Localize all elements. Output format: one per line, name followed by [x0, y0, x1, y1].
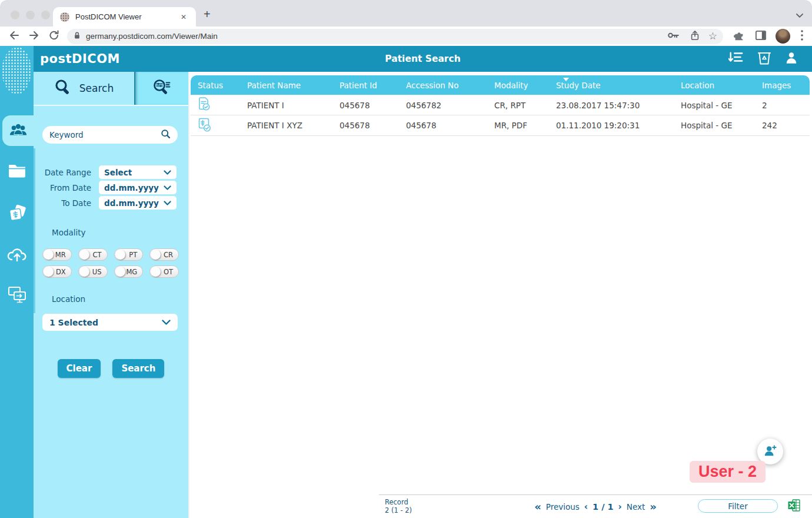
- cell-images: 2: [755, 101, 810, 110]
- filter-button[interactable]: Filter: [698, 499, 778, 513]
- location-select[interactable]: 1 Selected: [42, 314, 178, 331]
- column-images[interactable]: Images: [755, 81, 810, 90]
- url-text[interactable]: germany.postdicom.com/Viewer/Main: [86, 32, 658, 41]
- table-row[interactable]: PATIENT I XYZ 045678 045678 MR, PDF 01.1…: [191, 115, 810, 136]
- sidebar-item-upload[interactable]: [0, 240, 34, 270]
- profile-avatar[interactable]: [776, 29, 790, 44]
- minimize-window-button[interactable]: [26, 11, 35, 19]
- close-window-button[interactable]: [11, 11, 19, 19]
- excel-export-icon[interactable]: [788, 499, 800, 514]
- zoom-window-button[interactable]: [41, 11, 50, 19]
- toggle-knob: [151, 250, 161, 260]
- extensions-puzzle-icon[interactable]: [733, 29, 745, 44]
- sort-order-icon[interactable]: [728, 51, 744, 67]
- back-icon[interactable]: [8, 29, 20, 44]
- postdicom-logo: postDICOM: [40, 52, 120, 66]
- clear-button[interactable]: Clear: [58, 359, 101, 378]
- trash-recycle-icon[interactable]: [758, 51, 771, 67]
- address-bar[interactable]: germany.postdicom.com/Viewer/Main ☆: [67, 29, 723, 44]
- browser-toolbar: germany.postdicom.com/Viewer/Main ☆: [0, 26, 812, 46]
- sidebar-item-studies[interactable]: [0, 198, 34, 229]
- from-date-row: From Date dd.mm.yyyy: [34, 181, 177, 194]
- cell-accession-no: 0456782: [399, 101, 487, 110]
- sidebar-item-patients[interactable]: [2, 115, 34, 146]
- tab-basic-search-label: Search: [79, 82, 114, 94]
- from-date-select[interactable]: dd.mm.yyyy: [99, 181, 177, 194]
- forward-icon[interactable]: [28, 29, 40, 44]
- modality-toggle-dx[interactable]: DX: [42, 265, 72, 278]
- to-date-row: To Date dd.mm.yyyy: [34, 196, 177, 210]
- password-key-icon[interactable]: [667, 30, 680, 43]
- column-study-date[interactable]: Study Date: [549, 81, 674, 90]
- tab-basic-search[interactable]: Search: [34, 72, 134, 105]
- chevron-down-icon: [164, 198, 171, 208]
- to-date-select[interactable]: dd.mm.yyyy: [99, 196, 177, 210]
- modality-toggle-ot[interactable]: OT: [149, 265, 179, 278]
- report-status-icon: [198, 97, 211, 114]
- modality-toggle-label: US: [92, 268, 102, 276]
- modality-toggle-mg[interactable]: MG: [114, 265, 144, 278]
- search-button[interactable]: Search: [112, 359, 164, 378]
- date-range-row: Date Range Select: [34, 165, 177, 179]
- next-page-icon[interactable]: ›: [618, 503, 622, 512]
- refresh-icon[interactable]: [48, 29, 60, 44]
- panel-scrollbar[interactable]: [34, 148, 35, 313]
- share-icon[interactable]: [690, 29, 700, 44]
- browser-tabstrip: PostDICOM Viewer ✕ +: [0, 0, 812, 26]
- modality-toggle-pt[interactable]: PT: [114, 248, 144, 261]
- column-location[interactable]: Location: [674, 81, 755, 90]
- row-status: [191, 117, 240, 134]
- new-tab-button[interactable]: +: [204, 8, 211, 20]
- toggle-knob: [151, 267, 161, 277]
- modality-toggle-mr[interactable]: MR: [42, 248, 72, 261]
- column-accession-no[interactable]: Accession No: [399, 81, 487, 90]
- keyword-search-box[interactable]: [42, 126, 178, 144]
- tab-close-icon[interactable]: ✕: [178, 12, 189, 22]
- app-sidebar: [0, 46, 34, 518]
- first-page-icon[interactable]: «: [534, 502, 541, 512]
- bookmark-star-icon[interactable]: ☆: [708, 30, 717, 42]
- sidebar-item-transfer[interactable]: [0, 281, 34, 311]
- tab-search-chevron-icon[interactable]: [796, 11, 804, 21]
- chevron-down-icon: [164, 168, 171, 177]
- side-panel-icon[interactable]: [755, 30, 767, 43]
- keyword-search-icon[interactable]: [161, 129, 171, 141]
- location-value: 1 Selected: [49, 318, 162, 327]
- modality-toggle-cr[interactable]: CR: [149, 248, 179, 261]
- toggle-knob: [44, 250, 54, 260]
- toggle-knob: [115, 250, 125, 260]
- column-patient-name[interactable]: Patient Name: [240, 81, 332, 90]
- sidebar-item-folders[interactable]: [0, 157, 34, 187]
- results-footer: Record 2 (1 - 2) « Previous ‹ 1 / 1 › Ne…: [379, 494, 812, 518]
- tab-advanced-search[interactable]: [134, 72, 188, 105]
- patients-group-icon: [9, 122, 28, 139]
- to-date-label: To Date: [34, 198, 91, 208]
- column-patient-id[interactable]: Patient Id: [332, 81, 399, 90]
- from-date-label: From Date: [34, 183, 91, 192]
- column-modality[interactable]: Modality: [487, 81, 549, 90]
- traffic-lights[interactable]: [11, 11, 50, 19]
- browser-menu-icon[interactable]: [800, 29, 804, 44]
- table-row[interactable]: PATIENT I 045678 0456782 CR, RPT 23.08.2…: [191, 95, 810, 115]
- advanced-search-icon: [152, 78, 172, 99]
- search-panel: Search Date Range Select: [34, 72, 188, 518]
- next-page-button[interactable]: Next: [627, 502, 645, 512]
- date-range-value: Select: [104, 168, 164, 177]
- postdicom-favicon: [60, 12, 69, 22]
- prev-page-icon[interactable]: ‹: [584, 503, 588, 512]
- modality-toggle-us[interactable]: US: [78, 265, 108, 278]
- lock-icon: [73, 31, 81, 42]
- account-person-icon[interactable]: [785, 51, 798, 67]
- date-range-select[interactable]: Select: [99, 165, 177, 179]
- cell-study-date: 01.11.2010 19:20:31: [549, 121, 674, 130]
- chevron-down-icon: [162, 318, 171, 327]
- column-status[interactable]: Status: [191, 81, 240, 90]
- keyword-input[interactable]: [49, 130, 161, 140]
- modality-toggle-label: DX: [56, 268, 66, 276]
- modality-toggle-label: PT: [129, 251, 137, 259]
- last-page-icon[interactable]: »: [650, 502, 657, 512]
- to-date-value: dd.mm.yyyy: [104, 198, 164, 208]
- previous-page-button[interactable]: Previous: [546, 502, 580, 512]
- browser-tab[interactable]: PostDICOM Viewer ✕: [53, 7, 196, 26]
- modality-toggle-ct[interactable]: CT: [78, 248, 108, 261]
